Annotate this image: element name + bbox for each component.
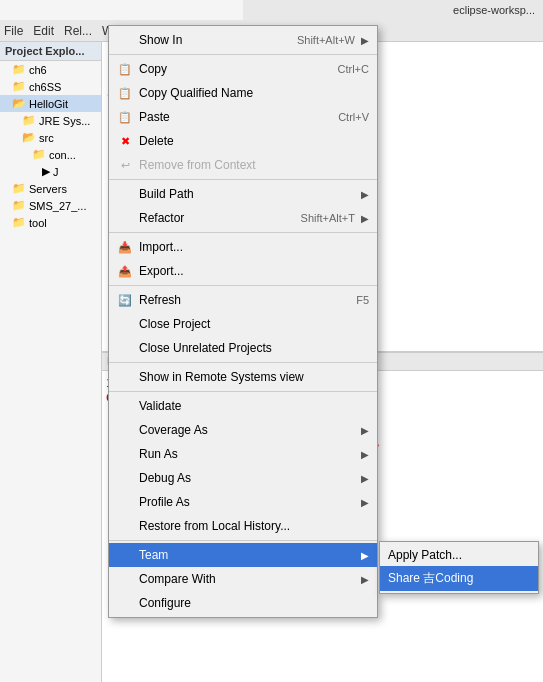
- file-label: J: [53, 166, 59, 178]
- title-text: eclipse-worksp...: [453, 4, 535, 16]
- menu-item-export[interactable]: 📤 Export...: [109, 259, 377, 283]
- menu-item-import[interactable]: 📥 Import...: [109, 235, 377, 259]
- folder-icon: 📁: [12, 63, 26, 76]
- menu-item-copy-qualified[interactable]: 📋 Copy Qualified Name: [109, 81, 377, 105]
- menu-label-validate: Validate: [139, 399, 369, 413]
- menu-item-run-as[interactable]: Run As ▶: [109, 442, 377, 466]
- run-as-icon: [117, 446, 133, 462]
- team-icon: [117, 547, 133, 563]
- menu-item-paste[interactable]: 📋 Paste Ctrl+V: [109, 105, 377, 129]
- menu-item-build-path[interactable]: Build Path ▶: [109, 182, 377, 206]
- refactor-icon: [117, 210, 133, 226]
- refresh-shortcut: F5: [356, 294, 369, 306]
- menu-item-debug-as[interactable]: Debug As ▶: [109, 466, 377, 490]
- import-icon: 📥: [117, 239, 133, 255]
- debug-as-arrow-icon: ▶: [361, 473, 369, 484]
- menu-label-export: Export...: [139, 264, 369, 278]
- menu-label-coverage-as: Coverage As: [139, 423, 355, 437]
- menu-label-refresh: Refresh: [139, 293, 350, 307]
- close-project-icon: [117, 316, 133, 332]
- debug-as-icon: [117, 470, 133, 486]
- profile-as-icon: [117, 494, 133, 510]
- menu-file[interactable]: File: [4, 24, 23, 38]
- menu-item-show-remote[interactable]: Show in Remote Systems view: [109, 365, 377, 389]
- menu-edit[interactable]: Edit: [33, 24, 54, 38]
- menu-item-close-project[interactable]: Close Project: [109, 312, 377, 336]
- project-label-hellogit: HelloGit: [29, 98, 68, 110]
- menu-refactoring[interactable]: Rel...: [64, 24, 92, 38]
- project-item-src[interactable]: 📂 src: [0, 129, 101, 146]
- project-item-jre[interactable]: 📁 JRE Sys...: [0, 112, 101, 129]
- sms-icon: 📁: [12, 199, 26, 212]
- menu-item-close-unrelated[interactable]: Close Unrelated Projects: [109, 336, 377, 360]
- remove-icon: ↩: [117, 157, 133, 173]
- file-icon: ▶: [42, 165, 50, 178]
- refactor-shortcut: Shift+Alt+T: [301, 212, 355, 224]
- show-in-icon: [117, 32, 133, 48]
- team-submenu: Apply Patch... Share 吉Coding: [379, 541, 539, 594]
- menu-item-refresh[interactable]: 🔄 Refresh F5: [109, 288, 377, 312]
- project-item-con[interactable]: 📁 con...: [0, 146, 101, 163]
- team-container: Team ▶ Apply Patch... Share 吉Coding: [109, 543, 377, 567]
- paste-shortcut: Ctrl+V: [338, 111, 369, 123]
- menu-label-run-as: Run As: [139, 447, 355, 461]
- separator-3: [109, 232, 377, 233]
- tool-icon: 📁: [12, 216, 26, 229]
- src-label: src: [39, 132, 54, 144]
- project-item-sms[interactable]: 📁 SMS_27_...: [0, 197, 101, 214]
- show-in-shortcut: Shift+Alt+W: [297, 34, 355, 46]
- share-coding-label: Share 吉Coding: [388, 570, 473, 587]
- src-icon: 📂: [22, 131, 36, 144]
- project-item-ch6[interactable]: 📁 ch6: [0, 61, 101, 78]
- menu-label-show-remote: Show in Remote Systems view: [139, 370, 369, 384]
- refactor-arrow-icon: ▶: [361, 213, 369, 224]
- paste-icon: 📋: [117, 109, 133, 125]
- menu-label-debug-as: Debug As: [139, 471, 355, 485]
- menu-label-close-unrelated: Close Unrelated Projects: [139, 341, 369, 355]
- menu-item-team[interactable]: Team ▶: [109, 543, 377, 567]
- project-item-servers[interactable]: 📁 Servers: [0, 180, 101, 197]
- menu-item-configure[interactable]: Configure: [109, 591, 377, 615]
- folder-icon: 📂: [12, 97, 26, 110]
- menu-label-delete: Delete: [139, 134, 369, 148]
- con-icon: 📁: [32, 148, 46, 161]
- submenu-item-apply-patch[interactable]: Apply Patch...: [380, 544, 538, 566]
- close-unrelated-icon: [117, 340, 133, 356]
- menu-item-refactor[interactable]: Refactor Shift+Alt+T ▶: [109, 206, 377, 230]
- menu-item-profile-as[interactable]: Profile As ▶: [109, 490, 377, 514]
- show-in-arrow-icon: ▶: [361, 35, 369, 46]
- menu-item-copy[interactable]: 📋 Copy Ctrl+C: [109, 57, 377, 81]
- context-menu: Show In Shift+Alt+W ▶ 📋 Copy Ctrl+C 📋 Co…: [108, 25, 378, 618]
- project-item-hellogit[interactable]: 📂 HelloGit: [0, 95, 101, 112]
- project-item-tool[interactable]: 📁 tool: [0, 214, 101, 231]
- delete-icon: ✖: [117, 133, 133, 149]
- separator-4: [109, 285, 377, 286]
- menu-item-validate[interactable]: Validate: [109, 394, 377, 418]
- build-path-icon: [117, 186, 133, 202]
- copy-qualified-icon: 📋: [117, 85, 133, 101]
- menu-label-show-in: Show In: [139, 33, 291, 47]
- menu-label-restore-local: Restore from Local History...: [139, 519, 369, 533]
- project-item-ch6ss[interactable]: 📁 ch6SS: [0, 78, 101, 95]
- menu-item-delete[interactable]: ✖ Delete: [109, 129, 377, 153]
- separator-6: [109, 391, 377, 392]
- build-path-arrow-icon: ▶: [361, 189, 369, 200]
- separator-2: [109, 179, 377, 180]
- project-item-file[interactable]: ▶ J: [0, 163, 101, 180]
- export-icon: 📤: [117, 263, 133, 279]
- jre-icon: 📁: [22, 114, 36, 127]
- menu-item-restore-local[interactable]: Restore from Local History...: [109, 514, 377, 538]
- menu-item-show-in[interactable]: Show In Shift+Alt+W ▶: [109, 28, 377, 52]
- menu-item-compare-with[interactable]: Compare With ▶: [109, 567, 377, 591]
- tool-label: tool: [29, 217, 47, 229]
- menu-label-compare-with: Compare With: [139, 572, 355, 586]
- menu-item-coverage-as[interactable]: Coverage As ▶: [109, 418, 377, 442]
- separator-1: [109, 54, 377, 55]
- submenu-item-share-coding[interactable]: Share 吉Coding: [380, 566, 538, 591]
- servers-label: Servers: [29, 183, 67, 195]
- menu-label-copy: Copy: [139, 62, 332, 76]
- jre-label: JRE Sys...: [39, 115, 90, 127]
- folder-icon: 📁: [12, 80, 26, 93]
- menu-label-close-project: Close Project: [139, 317, 369, 331]
- team-arrow-icon: ▶: [361, 550, 369, 561]
